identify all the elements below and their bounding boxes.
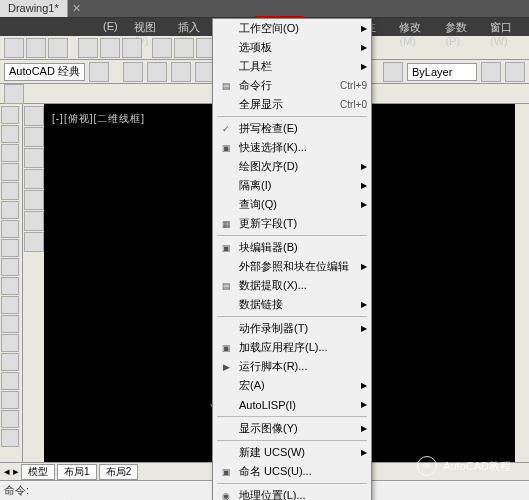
menuitem-16[interactable]: 数据链接▶ — [213, 295, 371, 314]
layout1-tab[interactable]: 布局1 — [57, 464, 97, 480]
ws-btn4[interactable] — [171, 62, 191, 82]
row2-btn[interactable] — [4, 84, 24, 104]
bylayer-combo[interactable]: ByLayer — [407, 63, 477, 81]
menuitem-11[interactable]: ▦更新字段(T) — [213, 214, 371, 233]
tab-close-icon[interactable]: ✕ — [68, 0, 85, 17]
tool-block[interactable] — [1, 296, 19, 314]
tool-pline[interactable] — [1, 125, 19, 143]
menuitem-0[interactable]: 工作空间(O)▶ — [213, 19, 371, 38]
tool-region[interactable] — [1, 353, 19, 371]
workspace-combo[interactable]: AutoCAD 经典 — [4, 63, 85, 81]
tool-text[interactable] — [1, 315, 19, 333]
menuitem-20[interactable]: ▶运行脚本(R)... — [213, 357, 371, 376]
menuitem-label: 拼写检查(E) — [239, 121, 367, 136]
menuitem-29[interactable]: ◉地理位置(L)... — [213, 486, 371, 500]
tools-menu: 工作空间(O)▶选项板▶工具栏▶▤命令行Ctrl+9全屏显示Ctrl+0✓拼写检… — [212, 18, 372, 500]
mod-copy[interactable] — [24, 127, 44, 147]
menuitem-icon: ▣ — [217, 341, 235, 355]
menuitem-9[interactable]: 隔离(I)▶ — [213, 176, 371, 195]
tool-a[interactable] — [1, 372, 19, 390]
submenu-arrow-icon: ▶ — [361, 181, 367, 190]
layer-btn[interactable] — [383, 62, 403, 82]
menuitem-22[interactable]: AutoLISP(I)▶ — [213, 395, 371, 414]
menuitem-label: 绘图次序(D) — [239, 159, 361, 174]
menu-1[interactable]: 视图(V) — [126, 18, 171, 36]
menu-7[interactable]: 修改(M) — [391, 18, 437, 36]
tool-b[interactable] — [1, 391, 19, 409]
mod-rotate[interactable] — [24, 148, 44, 168]
menuitem-27[interactable]: ▣命名 UCS(U)... — [213, 462, 371, 481]
menuitem-label: AutoLISP(I) — [239, 399, 361, 411]
mod-offset[interactable] — [24, 211, 44, 231]
tb-undo[interactable] — [100, 38, 120, 58]
menuitem-1[interactable]: 选项板▶ — [213, 38, 371, 57]
menuitem-14[interactable]: 外部参照和块在位编辑▶ — [213, 257, 371, 276]
tool-spline[interactable] — [1, 258, 19, 276]
tool-rect[interactable] — [1, 182, 19, 200]
menuitem-icon — [217, 446, 235, 460]
menuitem-8[interactable]: 绘图次序(D)▶ — [213, 157, 371, 176]
menuitem-26[interactable]: 新建 UCS(W)▶ — [213, 443, 371, 462]
tool-table[interactable] — [1, 334, 19, 352]
mod-move[interactable] — [24, 106, 44, 126]
menuitem-4[interactable]: 全屏显示Ctrl+0 — [213, 95, 371, 114]
menuitem-icon — [217, 60, 235, 74]
menuitem-10[interactable]: 查询(Q)▶ — [213, 195, 371, 214]
ws-btn2[interactable] — [123, 62, 143, 82]
menuitem-21[interactable]: 宏(A)▶ — [213, 376, 371, 395]
ws-btn1[interactable] — [89, 62, 109, 82]
menuitem-3[interactable]: ▤命令行Ctrl+9 — [213, 76, 371, 95]
menuitem-icon: ▣ — [217, 141, 235, 155]
mtab-nav[interactable]: ◂ ▸ — [4, 465, 19, 478]
menu-8[interactable]: 参数(P) — [437, 18, 482, 36]
tool-poly[interactable] — [1, 239, 19, 257]
tb-save[interactable] — [48, 38, 68, 58]
prop-btn2[interactable] — [505, 62, 525, 82]
tb-open[interactable] — [26, 38, 46, 58]
menuitem-label: 数据提取(X)... — [239, 278, 367, 293]
menu-9[interactable]: 窗口(W) — [482, 18, 529, 36]
menuitem-7[interactable]: ▣快速选择(K)... — [213, 138, 371, 157]
right-scroll[interactable] — [515, 104, 529, 462]
viewport-label[interactable]: [-][俯视][二维线框] — [52, 112, 145, 126]
tb-print[interactable] — [78, 38, 98, 58]
menuitem-6[interactable]: ✓拼写检查(E) — [213, 119, 371, 138]
tool-point[interactable] — [1, 277, 19, 295]
model-tab[interactable]: 模型 — [21, 464, 55, 480]
menuitem-icon — [217, 22, 235, 36]
watermark: ෧ AutoCAD教程 — [417, 456, 511, 476]
drawing-tab[interactable]: Drawing1* — [0, 0, 68, 17]
mod-trim[interactable] — [24, 232, 44, 252]
prop-btn1[interactable] — [481, 62, 501, 82]
tb-cut[interactable] — [152, 38, 172, 58]
tool-circle[interactable] — [1, 144, 19, 162]
menuitem-13[interactable]: ▣块编辑器(B) — [213, 238, 371, 257]
menuitem-icon: ✓ — [217, 122, 235, 136]
menuitem-icon — [217, 379, 235, 393]
menuitem-2[interactable]: 工具栏▶ — [213, 57, 371, 76]
ws-btn3[interactable] — [147, 62, 167, 82]
tb-new[interactable] — [4, 38, 24, 58]
mod-mirror[interactable] — [24, 190, 44, 210]
submenu-arrow-icon: ▶ — [361, 300, 367, 309]
menuitem-15[interactable]: ▤数据提取(X)... — [213, 276, 371, 295]
tool-ellipse[interactable] — [1, 201, 19, 219]
layout2-tab[interactable]: 布局2 — [99, 464, 139, 480]
menu-2[interactable]: 插入(I) — [170, 18, 211, 36]
submenu-arrow-icon: ▶ — [361, 62, 367, 71]
menuitem-19[interactable]: ▣加载应用程序(L)... — [213, 338, 371, 357]
menu-0[interactable]: (E) — [95, 18, 126, 36]
menuitem-24[interactable]: 显示图像(Y)▶ — [213, 419, 371, 438]
tool-d[interactable] — [1, 429, 19, 447]
tool-c[interactable] — [1, 410, 19, 428]
menuitem-18[interactable]: 动作录制器(T)▶ — [213, 319, 371, 338]
tb-copy[interactable] — [174, 38, 194, 58]
mod-scale[interactable] — [24, 169, 44, 189]
tool-arc[interactable] — [1, 163, 19, 181]
tool-line[interactable] — [1, 106, 19, 124]
menuitem-icon — [217, 41, 235, 55]
tool-hatch[interactable] — [1, 220, 19, 238]
menuitem-icon: ▤ — [217, 279, 235, 293]
submenu-arrow-icon: ▶ — [361, 424, 367, 433]
tb-redo[interactable] — [122, 38, 142, 58]
